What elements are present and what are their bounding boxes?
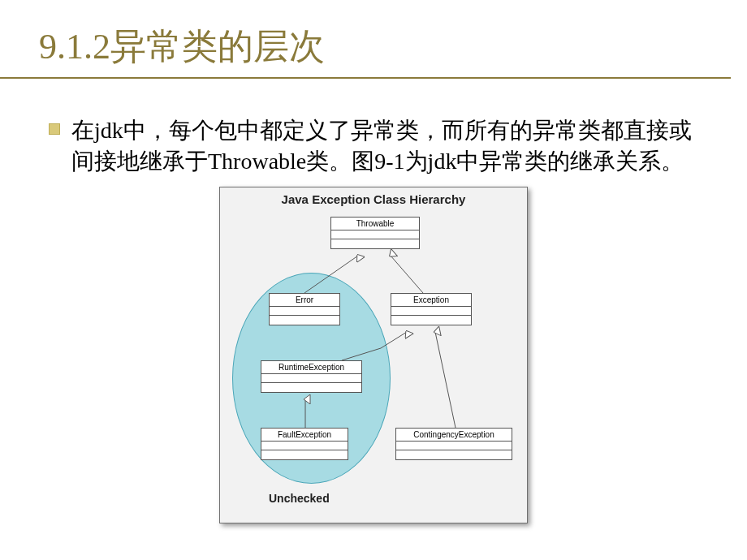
node-error: Error	[269, 293, 340, 325]
node-label: RuntimeException	[261, 361, 361, 374]
node-throwable: Throwable	[330, 217, 420, 249]
node-label: ContingencyException	[396, 429, 512, 442]
slide-title: 9.1.2异常类的层次	[0, 0, 731, 79]
node-contingencyexception: ContingencyException	[395, 428, 512, 460]
node-label: FaultException	[261, 429, 348, 442]
unchecked-label: Unchecked	[269, 492, 330, 505]
node-faultexception: FaultException	[261, 428, 348, 460]
bullet-icon	[49, 123, 60, 135]
exception-hierarchy-diagram: Java Exception Class Hierarchy Unchecked…	[219, 187, 528, 523]
svg-line-3	[435, 332, 456, 428]
node-runtimeexception: RuntimeException	[261, 360, 362, 393]
diagram-container: Java Exception Class Hierarchy Unchecked…	[0, 187, 747, 523]
slide: 9.1.2异常类的层次 在jdk中，每个包中都定义了异常类，而所有的异常类都直接…	[0, 0, 747, 560]
node-label: Error	[270, 294, 339, 307]
node-label: Throwable	[331, 218, 419, 230]
body-paragraph: 在jdk中，每个包中都定义了异常类，而所有的异常类都直接或间接地继承于Throw…	[71, 115, 698, 177]
body-row: 在jdk中，每个包中都定义了异常类，而所有的异常类都直接或间接地继承于Throw…	[0, 79, 747, 177]
svg-line-1	[391, 256, 423, 293]
diagram-title: Java Exception Class Hierarchy	[220, 187, 527, 208]
node-label: Exception	[391, 294, 471, 307]
node-exception: Exception	[391, 293, 472, 325]
